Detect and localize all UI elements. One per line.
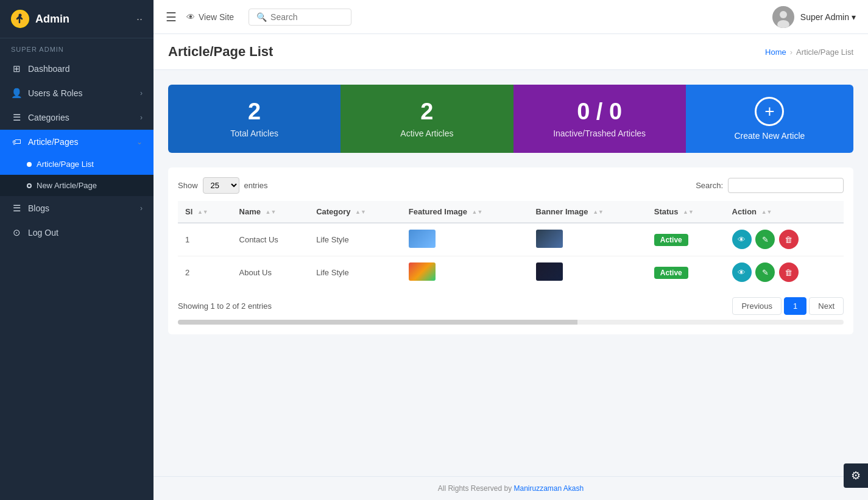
total-articles-label: Total Articles xyxy=(230,129,278,138)
sidebar-sub-item-new-article[interactable]: New Article/Page xyxy=(0,175,153,196)
cell-status: Active xyxy=(647,256,725,289)
sort-icon[interactable]: ▲▼ xyxy=(593,210,604,215)
cell-status: Active xyxy=(647,223,725,256)
sidebar-title: Admin xyxy=(35,13,69,26)
entries-label: entries xyxy=(244,181,268,190)
delete-button[interactable]: 🗑 xyxy=(779,230,799,249)
view-site-link[interactable]: 👁 View Site xyxy=(186,12,234,22)
sidebar-item-label: Blogs xyxy=(28,203,134,213)
active-articles-count: 2 xyxy=(420,99,433,125)
table-row: 2 About Us Life Style Activ xyxy=(178,256,844,289)
dot-icon xyxy=(27,183,32,188)
inactive-count: 0 / 0 xyxy=(577,99,622,125)
banner-image-thumb xyxy=(536,262,563,281)
avatar xyxy=(772,6,794,28)
sort-icon[interactable]: ▲▼ xyxy=(197,210,208,215)
topbar-right: Super Admin ▾ xyxy=(772,6,856,28)
svg-point-3 xyxy=(780,11,787,18)
breadcrumb: Home › Article/Page List xyxy=(765,48,853,57)
search-icon: 🔍 xyxy=(256,12,267,22)
total-articles-count: 2 xyxy=(248,99,261,125)
search-box[interactable]: 🔍 xyxy=(249,9,351,26)
sidebar-item-categories[interactable]: ☰ Categories › xyxy=(0,105,153,130)
sidebar-item-label: Users & Roles xyxy=(28,88,134,98)
footer: All Rights Reserved by Maniruzzaman Akas… xyxy=(153,476,868,500)
sub-item-label: New Article/Page xyxy=(37,181,97,190)
active-articles-card[interactable]: 2 Active Articles xyxy=(340,85,513,153)
sidebar-sub-menu: Article/Page List New Article/Page xyxy=(0,153,153,196)
edit-button[interactable]: ✎ xyxy=(755,262,775,282)
create-article-card[interactable]: + Create New Article xyxy=(686,85,853,153)
table-search: Search: xyxy=(696,178,844,193)
plus-icon: + xyxy=(755,97,784,126)
edit-button[interactable]: ✎ xyxy=(755,230,775,249)
cell-action: 👁 ✎ 🗑 xyxy=(725,223,844,256)
banner-image-thumb xyxy=(536,230,563,248)
view-button[interactable]: 👁 xyxy=(732,262,752,282)
hamburger-icon[interactable]: ☰ xyxy=(166,10,177,24)
sidebar-sub-item-article-list[interactable]: Article/Page List xyxy=(0,153,153,175)
sidebar-item-users-roles[interactable]: 👤 Users & Roles › xyxy=(0,81,153,105)
page-title: Article/Page List xyxy=(168,44,273,60)
table-controls: Show 25 10 50 100 entries Search: xyxy=(178,177,844,194)
settings-fab[interactable]: ⚙ xyxy=(844,463,868,488)
cell-sl: 1 xyxy=(178,223,232,256)
pagination-row: Showing 1 to 2 of 2 entries Previous 1 N… xyxy=(178,297,844,315)
sort-icon[interactable]: ▲▼ xyxy=(355,210,366,215)
delete-button[interactable]: 🗑 xyxy=(779,262,799,282)
breadcrumb-home[interactable]: Home xyxy=(765,48,786,57)
sidebar-role-label: Super Admin xyxy=(0,38,153,57)
inactive-articles-card[interactable]: 0 / 0 Inactive/Trashed Articles xyxy=(513,85,686,153)
breadcrumb-separator: › xyxy=(790,48,792,57)
cell-category: Life Style xyxy=(309,256,401,289)
sidebar-nav: ⊞ Dashboard 👤 Users & Roles › ☰ Categori… xyxy=(0,57,153,500)
chevron-icon: › xyxy=(140,113,143,122)
search-input[interactable] xyxy=(270,12,344,22)
sidebar-item-label: Dashboard xyxy=(28,64,143,74)
page-1-button[interactable]: 1 xyxy=(784,297,806,315)
table-search-input[interactable] xyxy=(728,178,844,193)
sidebar-logo xyxy=(11,10,29,28)
cell-banner-image xyxy=(529,256,647,289)
topbar: ☰ 👁 View Site 🔍 Super Admin xyxy=(153,0,868,34)
sort-icon[interactable]: ▲▼ xyxy=(266,210,277,215)
sidebar-dots: ·· xyxy=(136,13,143,26)
dropdown-icon: ▾ xyxy=(852,12,856,22)
eye-icon: 👁 xyxy=(186,12,195,22)
sidebar-item-label: Log Out xyxy=(28,228,143,238)
username-text: Super Admin xyxy=(800,12,849,22)
col-featured-image: Featured Image ▲▼ xyxy=(401,201,529,223)
view-button[interactable]: 👁 xyxy=(732,230,752,249)
footer-author-link[interactable]: Maniruzzaman Akash xyxy=(513,484,584,493)
dot-icon xyxy=(27,162,32,167)
sidebar-item-article-pages[interactable]: 🏷 Article/Pages ⌄ xyxy=(0,130,153,153)
svg-point-1 xyxy=(19,14,22,17)
col-sl: Sl ▲▼ xyxy=(178,201,232,223)
next-button[interactable]: Next xyxy=(809,297,844,315)
username-label[interactable]: Super Admin ▾ xyxy=(800,12,856,22)
sidebar-item-label: Article/Pages xyxy=(28,137,130,147)
scrollbar[interactable] xyxy=(178,320,844,325)
cell-category: Life Style xyxy=(309,223,401,256)
inactive-label: Inactive/Trashed Articles xyxy=(553,129,646,138)
sidebar-item-logout[interactable]: ⊙ Log Out xyxy=(0,220,153,245)
col-status: Status ▲▼ xyxy=(647,201,725,223)
cell-sl: 2 xyxy=(178,256,232,289)
total-articles-card[interactable]: 2 Total Articles xyxy=(168,85,340,153)
col-banner-image: Banner Image ▲▼ xyxy=(529,201,647,223)
sort-icon[interactable]: ▲▼ xyxy=(761,210,772,215)
previous-button[interactable]: Previous xyxy=(732,297,782,315)
sidebar-item-blogs[interactable]: ☰ Blogs › xyxy=(0,196,153,220)
sort-icon[interactable]: ▲▼ xyxy=(683,210,694,215)
sidebar-item-dashboard[interactable]: ⊞ Dashboard xyxy=(0,57,153,81)
sort-icon[interactable]: ▲▼ xyxy=(472,210,483,215)
table-body: 1 Contact Us Life Style Act xyxy=(178,223,844,289)
featured-image-thumb xyxy=(409,262,436,281)
featured-image-thumb xyxy=(409,230,436,248)
sidebar: Admin ·· Super Admin ⊞ Dashboard 👤 Users… xyxy=(0,0,153,500)
active-articles-label: Active Articles xyxy=(400,129,453,138)
view-site-label: View Site xyxy=(199,12,234,22)
entries-select[interactable]: 25 10 50 100 xyxy=(203,177,239,194)
status-badge: Active xyxy=(654,234,688,246)
chevron-icon: › xyxy=(140,204,143,213)
